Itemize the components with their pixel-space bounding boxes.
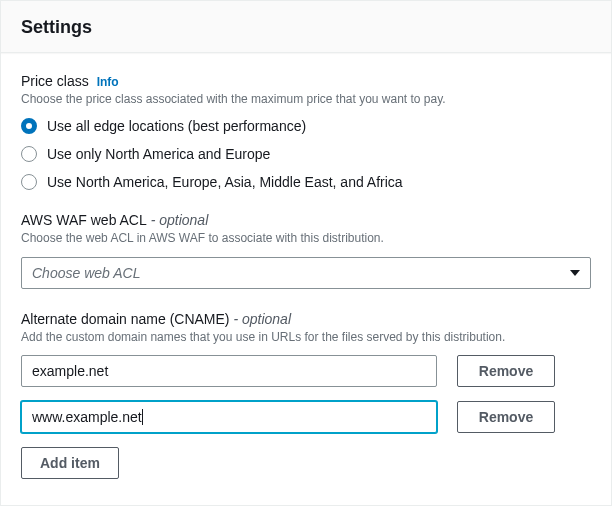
- page-title: Settings: [21, 17, 591, 38]
- cname-label: Alternate domain name (CNAME) - optional: [21, 311, 291, 327]
- panel-header: Settings: [1, 1, 611, 53]
- radio-label: Use North America, Europe, Asia, Middle …: [47, 174, 403, 190]
- price-class-option-na-eu-asia[interactable]: Use North America, Europe, Asia, Middle …: [21, 174, 591, 190]
- waf-desc: Choose the web ACL in AWS WAF to associa…: [21, 230, 591, 247]
- remove-button-0[interactable]: Remove: [457, 355, 555, 387]
- add-item-button[interactable]: Add item: [21, 447, 119, 479]
- cname-input-0[interactable]: example.net: [21, 355, 437, 387]
- price-class-group: Price class Info Choose the price class …: [21, 73, 591, 190]
- price-class-desc: Choose the price class associated with t…: [21, 91, 591, 108]
- price-class-option-na-eu[interactable]: Use only North America and Europe: [21, 146, 591, 162]
- cname-desc: Add the custom domain names that you use…: [21, 329, 591, 346]
- radio-icon: [21, 174, 37, 190]
- panel-body: Price class Info Choose the price class …: [1, 53, 611, 499]
- waf-select[interactable]: Choose web ACL: [21, 257, 591, 289]
- chevron-down-icon: [570, 270, 580, 276]
- waf-group: AWS WAF web ACL - optional Choose the we…: [21, 212, 591, 289]
- text-cursor-icon: [142, 409, 143, 425]
- price-class-radio-list: Use all edge locations (best performance…: [21, 118, 591, 190]
- waf-select-placeholder: Choose web ACL: [32, 265, 140, 281]
- waf-label: AWS WAF web ACL - optional: [21, 212, 208, 228]
- price-class-option-all[interactable]: Use all edge locations (best performance…: [21, 118, 591, 134]
- radio-icon: [21, 146, 37, 162]
- cname-group: Alternate domain name (CNAME) - optional…: [21, 311, 591, 480]
- radio-label: Use all edge locations (best performance…: [47, 118, 306, 134]
- cname-row-1: www.example.net Remove: [21, 401, 591, 433]
- settings-panel: Settings Price class Info Choose the pri…: [0, 0, 612, 506]
- cname-row-0: example.net Remove: [21, 355, 591, 387]
- price-class-label: Price class: [21, 73, 89, 89]
- cname-input-1[interactable]: www.example.net: [21, 401, 437, 433]
- radio-label: Use only North America and Europe: [47, 146, 270, 162]
- radio-icon: [21, 118, 37, 134]
- remove-button-1[interactable]: Remove: [457, 401, 555, 433]
- info-link[interactable]: Info: [97, 75, 119, 89]
